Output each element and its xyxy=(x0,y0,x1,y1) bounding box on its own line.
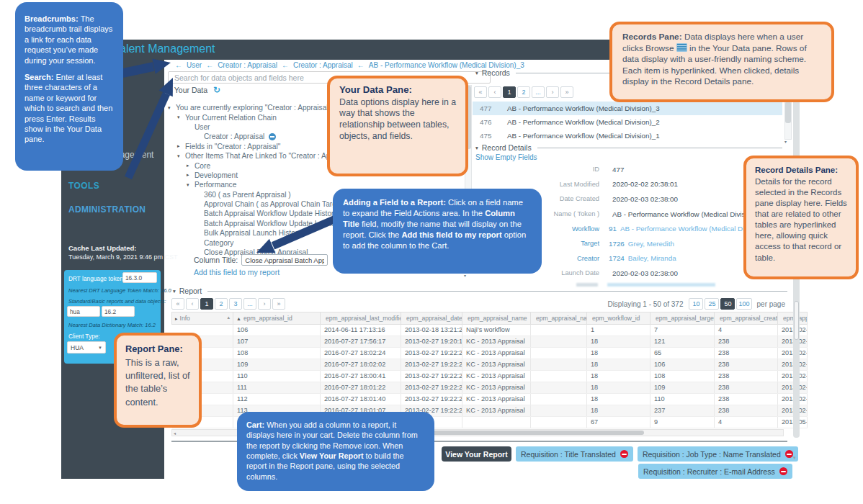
report-cell: KC - 2013 Appraisal xyxy=(462,371,531,382)
record-link[interactable]: AB - Performance Workflow (Medical Divis… xyxy=(507,118,660,126)
table-row[interactable]: 108 2016-07-27 18:02:24 2013-02-27 19:22… xyxy=(172,348,808,359)
standard-reports-input-2[interactable] xyxy=(102,306,135,317)
scrollbar-thumb[interactable] xyxy=(785,102,791,123)
cart-item[interactable]: Requisition : Title Translated xyxy=(516,446,633,462)
tree-arrow-icon[interactable]: ▾ xyxy=(187,182,194,188)
page-size-button[interactable]: 10 xyxy=(689,298,703,310)
minus-icon[interactable] xyxy=(269,133,276,140)
show-empty-fields-link[interactable]: Show Empty Fields xyxy=(475,153,537,161)
page-button[interactable]: 1 xyxy=(503,86,516,98)
records-scrollbar[interactable] xyxy=(784,101,792,140)
remove-icon[interactable] xyxy=(785,450,793,458)
table-row[interactable]: 107 2016-07-27 17:56:17 2013-02-27 19:20… xyxy=(172,336,808,348)
chevron-down-icon[interactable]: ▾ xyxy=(475,145,478,151)
table-row[interactable]: 106 2014-06-11 17:13:16 2013-02-18 13:21… xyxy=(172,325,808,336)
field-value[interactable]: 2020-02-02 20:38:01 xyxy=(612,180,678,188)
report-header[interactable]: ▾ Report xyxy=(173,287,787,295)
page-button[interactable]: « xyxy=(474,86,487,98)
page-button[interactable]: 2 xyxy=(517,86,530,98)
column-header[interactable]: epm_appraisal_name xyxy=(462,312,531,325)
scrollbar-thumb[interactable] xyxy=(794,301,799,340)
page-size-button[interactable]: 25 xyxy=(705,298,719,310)
page-button[interactable]: » xyxy=(272,298,285,310)
column-header[interactable]: epm_appraisal_name_text xyxy=(531,312,587,325)
page-size-button[interactable]: 50 xyxy=(720,298,735,310)
chevron-down-icon[interactable]: ▾ xyxy=(475,70,478,76)
cart-item[interactable]: Requisition : Job Type : Name Translated xyxy=(638,446,798,462)
refresh-icon[interactable]: ↻ xyxy=(213,85,220,95)
column-header[interactable]: epm_appraisal_target_id xyxy=(650,312,715,325)
record-details-header[interactable]: ▾ Record Details xyxy=(475,143,782,152)
page-button[interactable]: › xyxy=(258,298,271,310)
record-row[interactable]: 477 AB - Performance Workflow (Medical D… xyxy=(473,102,782,115)
table-row[interactable]: 112 2016-07-27 18:01:40 2013-02-27 19:22… xyxy=(172,394,808,405)
your-data-header[interactable]: ▸ Your Data ↻ xyxy=(168,85,220,95)
breadcrumb-link[interactable]: Creator : Appraisal xyxy=(293,61,353,69)
field-value-id[interactable]: 1726 xyxy=(609,240,625,248)
table-row[interactable]: 109 2016-07-27 18:02:02 2013-02-27 19:22… xyxy=(172,359,808,371)
page-button[interactable]: 3 xyxy=(229,298,242,310)
field-value-id[interactable]: 91 xyxy=(609,225,617,233)
sort-icon[interactable]: ▲ xyxy=(236,316,241,321)
scroll-left-icon[interactable]: ◂ xyxy=(174,431,176,436)
tree-arrow-icon[interactable]: ▾ xyxy=(177,153,185,159)
tree-arrow-icon[interactable]: ▸ xyxy=(187,172,194,178)
column-header[interactable]: ▲epm_appraisal_id xyxy=(233,312,321,325)
field-value[interactable]: Grey, Meredith xyxy=(628,240,674,248)
sort-icon[interactable]: ▸ xyxy=(175,316,178,321)
drt-tokens-input[interactable] xyxy=(122,272,157,283)
record-link[interactable]: AB - Performance Workflow (Medical Divis… xyxy=(507,132,660,140)
column-header[interactable]: epm_appraisal_launch_date xyxy=(778,312,808,325)
column-header[interactable]: epm_appraisal_last_modified xyxy=(321,312,401,325)
tree-arrow-icon[interactable]: ▸ xyxy=(187,163,194,168)
field-value[interactable]: 477 xyxy=(612,166,624,174)
page-button[interactable]: ‹ xyxy=(488,86,501,98)
field-value[interactable]: Bailey, Miranda xyxy=(628,254,676,262)
field-value[interactable]: AB - Performance Workflow (Medical Divis… xyxy=(612,210,765,218)
report-cell: 110 xyxy=(650,394,715,405)
tree-arrow-icon[interactable]: ▸ xyxy=(177,143,185,149)
column-header[interactable]: epm_workflow_id xyxy=(587,312,650,325)
view-your-report-button[interactable]: View Your Report xyxy=(442,446,511,462)
field-value[interactable]: 2020-02-03 02:38:00 xyxy=(612,195,678,203)
page-button[interactable]: › xyxy=(546,86,559,98)
standard-reports-input-1[interactable] xyxy=(67,306,100,317)
page-button[interactable]: ‹ xyxy=(186,298,199,310)
sidebar-item-tools[interactable]: TOOLS xyxy=(68,181,99,191)
remove-icon[interactable] xyxy=(620,450,628,458)
field-value[interactable]: 2020-02-03 02:38:00 xyxy=(612,269,678,277)
report-cell: 238 xyxy=(715,359,778,371)
record-row[interactable]: 475 AB - Performance Workflow (Medical D… xyxy=(473,129,782,143)
add-field-link[interactable]: Add this field to my report xyxy=(194,268,280,276)
column-header[interactable]: ▸Info▴ xyxy=(172,312,233,325)
field-value-id[interactable]: 1724 xyxy=(609,254,625,262)
page-button[interactable]: ... xyxy=(243,298,256,310)
column-header[interactable]: epm_appraisal_creator_id xyxy=(715,312,778,325)
table-row[interactable]: 111 2016-07-27 18:01:22 2013-02-27 19:22… xyxy=(172,382,808,394)
scroll-top-icon[interactable]: ▴ xyxy=(227,315,230,320)
column-title-input[interactable] xyxy=(241,254,328,266)
page-button[interactable]: « xyxy=(171,298,184,310)
scroll-down-icon[interactable]: ▾ xyxy=(464,273,466,278)
page-size-button[interactable]: 100 xyxy=(736,298,751,310)
breadcrumb-link[interactable]: User xyxy=(187,61,202,69)
page-button[interactable]: 1 xyxy=(200,298,213,310)
scroll-down-icon[interactable]: ▾ xyxy=(793,455,796,461)
column-header[interactable]: epm_appraisal_date_created xyxy=(401,312,462,325)
cart-item[interactable]: Requisition : Recruiter : E-mail Address xyxy=(638,464,792,479)
page-button[interactable]: 2 xyxy=(215,298,228,310)
breadcrumb-link[interactable]: Creator : Appraisal xyxy=(218,61,277,69)
chevron-right-icon[interactable]: ▸ xyxy=(168,87,171,94)
table-row[interactable]: 110 2016-07-27 18:00:41 2013-02-27 19:22… xyxy=(172,371,808,382)
page-button[interactable]: ... xyxy=(532,86,545,98)
tree-arrow-icon[interactable]: ▾ xyxy=(177,114,185,120)
sidebar-item-administration[interactable]: ADMINISTRATION xyxy=(68,204,146,215)
page-button[interactable]: » xyxy=(560,86,573,98)
client-type-select[interactable]: HUA ▼ xyxy=(67,341,106,354)
record-row[interactable]: 476 AB - Performance Workflow (Medical D… xyxy=(473,115,782,129)
tree-arrow-icon[interactable]: ▾ xyxy=(168,105,176,111)
record-link[interactable]: AB - Performance Workflow (Medical Divis… xyxy=(507,104,660,112)
chevron-down-icon[interactable]: ▾ xyxy=(173,288,176,294)
remove-icon[interactable] xyxy=(779,467,787,475)
scroll-down-icon[interactable]: ▾ xyxy=(784,139,787,144)
